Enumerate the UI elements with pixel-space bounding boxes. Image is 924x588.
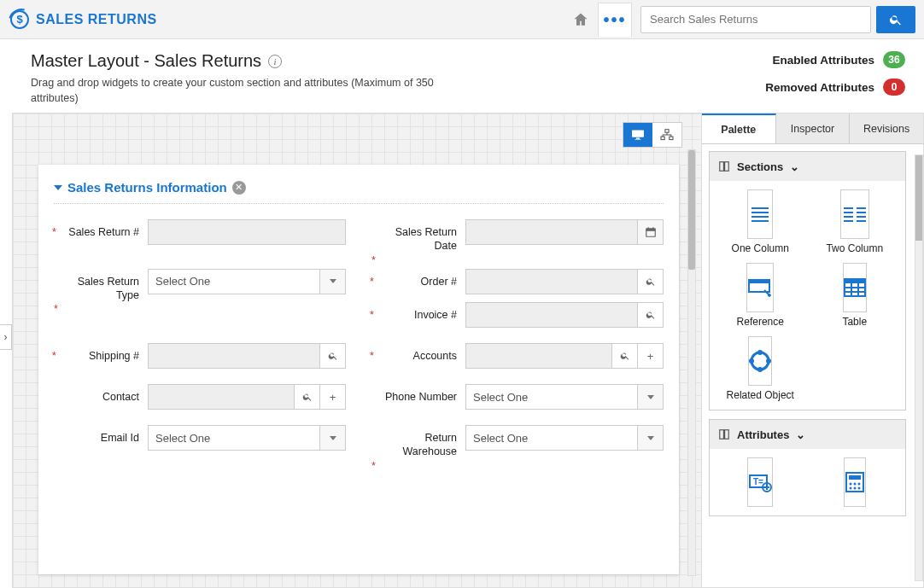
search-button[interactable] bbox=[876, 6, 915, 33]
layout-canvas: Sales Returns Information ✕ *Sales Retur… bbox=[12, 113, 924, 588]
field-contact[interactable]: Contact + bbox=[54, 384, 346, 410]
removed-attributes: Removed Attributes 0 bbox=[765, 79, 905, 96]
enabled-attributes: Enabled Attributes 36 bbox=[765, 51, 905, 68]
field-accounts[interactable]: *Accounts + bbox=[371, 343, 664, 369]
svg-rect-9 bbox=[652, 227, 653, 229]
svg-rect-0 bbox=[632, 130, 644, 137]
text-field-icon: T= bbox=[748, 472, 772, 492]
svg-rect-5 bbox=[670, 137, 673, 140]
tab-revisions[interactable]: Revisions bbox=[850, 114, 923, 143]
tile-table[interactable]: Table bbox=[813, 263, 898, 328]
svg-rect-10 bbox=[720, 162, 724, 172]
field-phone-number[interactable]: Phone Number Select One bbox=[371, 384, 664, 410]
input[interactable] bbox=[465, 302, 638, 328]
group-sections: Sections ⌄ One Column Two Column Referen… bbox=[709, 151, 906, 410]
svg-rect-38 bbox=[725, 430, 729, 440]
canvas-scrollbar[interactable] bbox=[687, 149, 696, 576]
svg-rect-8 bbox=[647, 227, 648, 229]
palette-body: Sections ⌄ One Column Two Column Referen… bbox=[702, 144, 913, 587]
svg-rect-7 bbox=[646, 229, 655, 231]
label: Sales Return # bbox=[68, 226, 139, 238]
input[interactable] bbox=[465, 343, 612, 369]
svg-rect-25 bbox=[749, 280, 769, 283]
tile-text-attr[interactable]: T= bbox=[718, 457, 803, 507]
select[interactable]: Select One bbox=[465, 425, 638, 451]
svg-point-47 bbox=[853, 483, 856, 486]
magnifier-icon bbox=[620, 351, 630, 361]
lookup-button[interactable] bbox=[638, 302, 664, 328]
tile-calc-attr[interactable] bbox=[813, 457, 898, 507]
expand-left-handle[interactable]: › bbox=[0, 324, 12, 350]
lookup-button[interactable] bbox=[295, 384, 320, 410]
right-panel: Palette Inspector Revisions Sections ⌄ O… bbox=[701, 114, 923, 587]
panel-tabs: Palette Inspector Revisions bbox=[702, 114, 923, 144]
select[interactable]: Select One bbox=[465, 384, 638, 410]
svg-point-50 bbox=[853, 487, 856, 490]
tile-related-object[interactable]: Related Object bbox=[718, 336, 803, 401]
section-header[interactable]: Sales Returns Information ✕ bbox=[54, 180, 664, 204]
field-sales-return-type[interactable]: Sales Return Type* Select One bbox=[54, 269, 346, 303]
field-return-warehouse[interactable]: Return Warehouse* Select One bbox=[371, 425, 664, 459]
field-shipping-no[interactable]: *Shipping # bbox=[54, 343, 346, 369]
section-remove-button[interactable]: ✕ bbox=[232, 181, 246, 195]
group-attributes-header[interactable]: Attributes ⌄ bbox=[710, 420, 905, 449]
one-column-icon bbox=[748, 205, 772, 224]
panel-scrollbar[interactable] bbox=[915, 154, 923, 581]
search-input[interactable] bbox=[640, 6, 871, 33]
tab-palette[interactable]: Palette bbox=[702, 114, 776, 143]
section-card[interactable]: Sales Returns Information ✕ *Sales Retur… bbox=[38, 165, 679, 574]
sitemap-icon bbox=[659, 129, 675, 141]
dropdown-toggle[interactable] bbox=[638, 425, 664, 451]
calculator-icon bbox=[845, 471, 865, 493]
sections-icon bbox=[718, 160, 730, 172]
section-title: Sales Returns Information bbox=[67, 180, 227, 195]
add-button[interactable]: + bbox=[320, 384, 346, 410]
lookup-button[interactable] bbox=[320, 343, 346, 369]
dropdown-toggle[interactable] bbox=[638, 384, 664, 410]
tile-one-column[interactable]: One Column bbox=[718, 189, 803, 254]
desktop-view-button[interactable] bbox=[623, 123, 652, 147]
select[interactable]: Select One bbox=[148, 425, 320, 451]
field-sales-return-date[interactable]: Sales Return Date* bbox=[371, 219, 664, 253]
tile-reference[interactable]: Reference bbox=[718, 263, 803, 328]
add-button[interactable]: + bbox=[638, 343, 664, 369]
svg-point-35 bbox=[757, 367, 763, 372]
field-email-id[interactable]: Email Id Select One bbox=[54, 425, 346, 459]
group-attributes: Attributes ⌄ T= bbox=[709, 419, 906, 516]
page-header: Master Layout - Sales Returns i Drag and… bbox=[0, 39, 924, 114]
input[interactable] bbox=[148, 343, 320, 369]
label: Accounts bbox=[413, 350, 457, 362]
page-subtitle: Drag and drop widgets to create your cus… bbox=[31, 76, 441, 106]
info-icon[interactable]: i bbox=[268, 55, 282, 68]
input[interactable] bbox=[465, 219, 638, 245]
more-menu-button[interactable]: ••• bbox=[598, 3, 632, 37]
label: Return Warehouse bbox=[403, 432, 457, 457]
field-sales-return-no[interactable]: *Sales Return # bbox=[54, 219, 346, 253]
select[interactable]: Select One bbox=[148, 269, 320, 294]
field-invoice-no[interactable]: *Invoice # bbox=[371, 302, 664, 328]
input[interactable] bbox=[148, 384, 295, 410]
lookup-button[interactable] bbox=[612, 343, 638, 369]
label: Order # bbox=[421, 276, 457, 288]
magnifier-icon bbox=[302, 392, 313, 402]
calendar-icon[interactable] bbox=[638, 219, 664, 245]
enabled-count-badge: 36 bbox=[883, 51, 905, 68]
field-order-no[interactable]: *Order # bbox=[371, 269, 664, 303]
label: Sales Return Type bbox=[78, 276, 139, 301]
chevron-down-icon: ⌄ bbox=[790, 160, 799, 173]
dropdown-toggle[interactable] bbox=[320, 269, 346, 294]
removed-attributes-label: Removed Attributes bbox=[765, 81, 874, 94]
dropdown-toggle[interactable] bbox=[320, 425, 346, 451]
home-icon[interactable] bbox=[564, 3, 598, 37]
label: Phone Number bbox=[385, 391, 457, 403]
input[interactable] bbox=[465, 269, 638, 294]
search-bar bbox=[640, 6, 915, 33]
tile-two-column[interactable]: Two Column bbox=[813, 189, 898, 254]
page-title-text: Master Layout - Sales Returns bbox=[31, 51, 261, 71]
input[interactable] bbox=[148, 219, 346, 245]
enabled-attributes-label: Enabled Attributes bbox=[772, 54, 874, 67]
lookup-button[interactable] bbox=[638, 269, 664, 294]
group-sections-header[interactable]: Sections ⌄ bbox=[710, 152, 905, 181]
structure-view-button[interactable] bbox=[652, 123, 681, 147]
tab-inspector[interactable]: Inspector bbox=[776, 114, 851, 143]
